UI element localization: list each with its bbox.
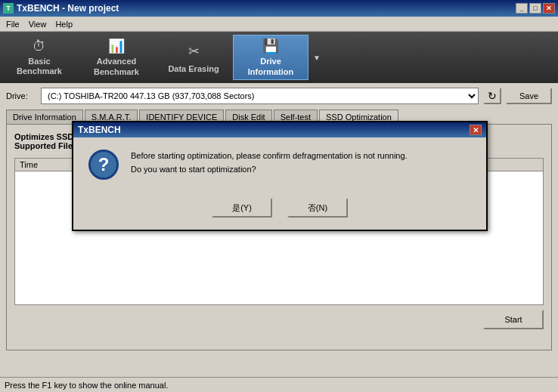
dialog-question-icon: ?	[88, 150, 119, 180]
dialog-buttons: 是(Y) 否(N)	[73, 192, 486, 230]
toolbar-dropdown[interactable]: ▼	[310, 35, 324, 80]
title-buttons: _ □ ✕	[516, 3, 555, 14]
dialog-overlay: TxBENCH ✕ ? Before starting optimization…	[0, 83, 558, 355]
dialog-body: ? Before starting optimization, please c…	[73, 137, 486, 192]
menu-view[interactable]: View	[24, 18, 51, 30]
menu-file[interactable]: File	[2, 18, 24, 30]
app-icon: T	[3, 3, 14, 14]
data-erasing-label: Data Erasing	[168, 64, 219, 74]
title-bar: T TxBENCH - New project _ □ ✕	[0, 0, 558, 17]
dialog-yes-button[interactable]: 是(Y)	[212, 198, 272, 218]
toolbar-drive-information[interactable]: 💾 DriveInformation	[233, 35, 308, 80]
drive-information-icon: 💾	[260, 38, 281, 54]
basic-benchmark-label: BasicBenchmark	[17, 57, 62, 76]
txbench-dialog: TxBENCH ✕ ? Before starting optimization…	[72, 121, 488, 231]
content-area: Drive: (C:) TOSHIBA-TR200 447.13 GB (937…	[0, 83, 558, 355]
dialog-close-button[interactable]: ✕	[470, 125, 482, 135]
drive-information-label: DriveInformation	[248, 57, 294, 76]
status-text: Press the F1 key to show the online manu…	[5, 381, 168, 390]
status-bar: Press the F1 key to show the online manu…	[0, 377, 558, 392]
data-erasing-icon: ✂	[183, 41, 204, 62]
window-title: TxBENCH - New project	[17, 3, 119, 14]
minimize-button[interactable]: _	[516, 3, 528, 14]
maximize-button[interactable]: □	[529, 3, 541, 14]
advanced-benchmark-icon: 📊	[106, 38, 127, 54]
advanced-benchmark-label: AdvancedBenchmark	[94, 57, 139, 76]
dialog-message: Before starting optimization, please con…	[131, 150, 471, 176]
dialog-no-button[interactable]: 否(N)	[287, 198, 348, 218]
toolbar: ⏱ BasicBenchmark 📊 AdvancedBenchmark ✂ D…	[0, 32, 558, 83]
dialog-title-text: TxBENCH	[78, 125, 121, 135]
toolbar-basic-benchmark[interactable]: ⏱ BasicBenchmark	[2, 35, 77, 80]
toolbar-advanced-benchmark[interactable]: 📊 AdvancedBenchmark	[79, 35, 154, 80]
dialog-title-bar: TxBENCH ✕	[73, 122, 486, 137]
close-button[interactable]: ✕	[543, 3, 555, 14]
menu-help[interactable]: Help	[51, 18, 77, 30]
basic-benchmark-icon: ⏱	[29, 39, 50, 54]
menu-bar: File View Help	[0, 17, 558, 32]
toolbar-data-erasing[interactable]: ✂ Data Erasing	[156, 35, 231, 80]
